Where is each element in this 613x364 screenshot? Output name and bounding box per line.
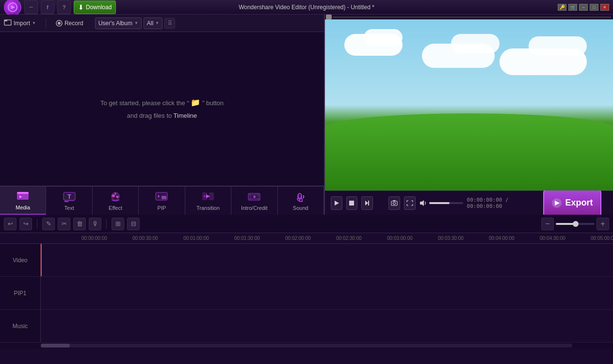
svg-marker-36 xyxy=(420,200,424,206)
help-icon[interactable]: ? xyxy=(57,0,71,14)
timeline-tracks: Video PIP1 Music xyxy=(0,244,613,343)
undo-button[interactable]: ↩ xyxy=(4,218,16,230)
getting-started-hint: To get started, please click the “ 📁 ” b… xyxy=(100,96,224,121)
volume-track[interactable] xyxy=(429,202,463,204)
track-content-music[interactable] xyxy=(41,310,613,342)
toolbar-sep3 xyxy=(106,219,107,229)
folder-icon: 📁 xyxy=(191,98,200,107)
export-button[interactable]: Export xyxy=(543,190,601,217)
svg-point-4 xyxy=(58,22,61,25)
import-icon xyxy=(4,19,12,27)
svg-point-13 xyxy=(112,194,115,197)
playhead[interactable] xyxy=(41,244,42,276)
effect-tab-icon xyxy=(108,190,123,204)
timeline-section: ↩ ↪ ✎ ✂ 🗑 🎙 ⊞ ⊟ − + 00:00:00:00 xyxy=(0,215,613,348)
tab-effect[interactable]: Effect xyxy=(93,187,139,215)
tab-transition[interactable]: Transition xyxy=(185,187,231,215)
window-close-btn[interactable]: ✕ xyxy=(600,4,609,11)
tab-intro[interactable]: Intro/Credit xyxy=(231,187,277,215)
title-bar-left: ─ f ? ⬇ Download xyxy=(4,0,116,16)
edit-button[interactable]: ✎ xyxy=(42,218,55,230)
svg-point-15 xyxy=(114,193,116,195)
zoom-track[interactable] xyxy=(556,223,595,225)
hint-line2: and drag files to Timeline xyxy=(100,110,224,121)
zoom-control: − + xyxy=(541,218,609,230)
ruler-tick-9: 00:04:30:00 xyxy=(540,236,591,241)
redo-button[interactable]: ↪ xyxy=(19,218,32,230)
scrollbar-thumb[interactable] xyxy=(41,344,70,348)
progress-indicator[interactable] xyxy=(326,15,332,19)
camera-button[interactable] xyxy=(388,196,400,210)
export-area: Export xyxy=(537,188,607,219)
export-icon xyxy=(551,198,562,208)
volume-control[interactable] xyxy=(419,200,463,206)
tab-pip[interactable]: PIP xyxy=(139,187,185,215)
remove-track-button[interactable]: ⊟ xyxy=(127,218,140,230)
fullscreen-button[interactable] xyxy=(404,196,416,210)
record-button[interactable]: Record xyxy=(56,20,83,27)
grid-view-button[interactable]: ⠿ xyxy=(164,18,175,29)
preview-controls: 00:00:00:00 / 00:00:00:00 Export xyxy=(325,190,613,215)
svg-rect-2 xyxy=(4,20,7,21)
album-value: User's Album xyxy=(98,20,132,27)
progress-track[interactable] xyxy=(333,16,611,18)
tab-sound[interactable]: Sound xyxy=(278,187,324,215)
export-label: Export xyxy=(565,198,593,208)
download-button[interactable]: ⬇ Download xyxy=(74,0,116,14)
zoom-fill xyxy=(556,223,575,225)
track-content-video[interactable] xyxy=(41,244,613,276)
hill xyxy=(325,113,613,190)
filter-dropdown-arrow: ▼ xyxy=(155,21,159,25)
ruler-tick-7: 00:03:30:00 xyxy=(438,236,489,241)
track-row-pip1: PIP1 xyxy=(0,277,613,310)
ruler-tick-2: 00:01:00:00 xyxy=(183,236,234,241)
tab-media[interactable]: Media xyxy=(0,187,46,215)
skip-forward-button[interactable] xyxy=(361,196,373,210)
track-row-video: Video xyxy=(0,244,613,277)
tab-text[interactable]: T Text xyxy=(46,187,92,215)
toolbar-sep2 xyxy=(37,219,37,229)
zoom-in-button[interactable]: + xyxy=(597,218,609,230)
window-maximize-btn[interactable]: □ xyxy=(590,4,598,11)
ruler-tick-1: 00:00:30:00 xyxy=(132,236,183,241)
minimize-icon[interactable]: ─ xyxy=(24,0,38,14)
facebook-icon[interactable]: f xyxy=(41,0,54,14)
cloud-6 xyxy=(529,36,587,56)
track-row-music: Music xyxy=(0,310,613,343)
window-title: Wondershare Video Editor (Unregistered) … xyxy=(239,4,374,11)
cut-button[interactable]: ✂ xyxy=(58,218,70,230)
ruler-tick-5: 00:02:30:00 xyxy=(336,236,387,241)
record-label: Record xyxy=(65,20,83,27)
sky-scene xyxy=(325,19,613,190)
window-minimize-btn[interactable]: – xyxy=(579,4,588,11)
import-button[interactable]: Import ▼ xyxy=(4,19,36,27)
time-display: 00:00:00:00 / 00:00:00:00 xyxy=(467,197,533,209)
voice-button[interactable]: 🎙 xyxy=(89,218,101,230)
track-label-pip1: PIP1 xyxy=(0,277,41,309)
timeline-scrollbar[interactable] xyxy=(0,343,613,348)
stop-button[interactable] xyxy=(346,196,358,210)
delete-button[interactable]: 🗑 xyxy=(73,218,86,230)
album-dropdown[interactable]: User's Album ▼ xyxy=(95,17,142,29)
left-panel: Import ▼ Record User's Album ▼ xyxy=(0,15,325,215)
cart-icon[interactable]: 🛒 xyxy=(568,4,577,11)
transition-tab-label: Transition xyxy=(196,205,220,211)
volume-fill xyxy=(429,202,450,204)
filter-dropdown[interactable]: All ▼ xyxy=(144,17,162,29)
import-label: Import xyxy=(14,20,30,27)
track-label-video: Video xyxy=(0,244,41,276)
track-content-pip1[interactable] xyxy=(41,277,613,309)
ruler-tick-0: 00:00:00:00 xyxy=(81,236,132,241)
hint-line1: To get started, please click the “ 📁 ” b… xyxy=(100,96,224,110)
key-icon[interactable]: 🔑 xyxy=(558,4,566,11)
album-select-area: User's Album ▼ All ▼ ⠿ xyxy=(95,17,176,29)
play-button[interactable] xyxy=(331,196,342,210)
right-panel: 00:00:00:00 / 00:00:00:00 Export xyxy=(325,15,613,215)
timeline-toolbar: ↩ ↪ ✎ ✂ 🗑 🎙 ⊞ ⊟ − + xyxy=(0,215,613,233)
zoom-out-button[interactable]: − xyxy=(541,218,554,230)
app-logo xyxy=(4,0,21,16)
add-track-button[interactable]: ⊞ xyxy=(112,218,124,230)
zoom-thumb[interactable] xyxy=(573,221,579,227)
scrollbar-track[interactable] xyxy=(41,344,572,348)
ruler-tick-10: 00:05:00:00 xyxy=(591,236,613,241)
